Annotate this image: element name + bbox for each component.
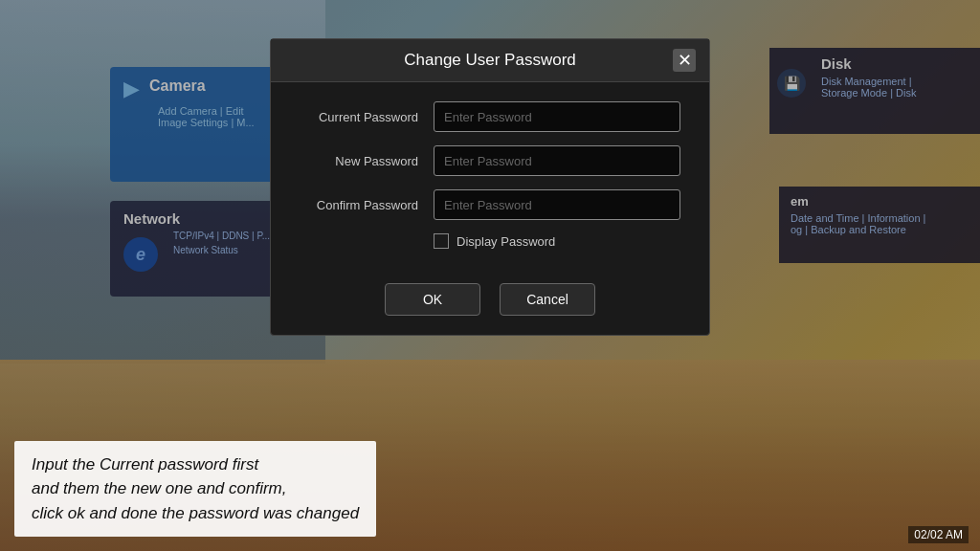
instruction-line1: Input the Current password first bbox=[32, 455, 258, 474]
new-password-input[interactable] bbox=[434, 145, 680, 176]
ok-button[interactable]: OK bbox=[385, 283, 480, 316]
new-password-label: New Password bbox=[300, 154, 434, 168]
instruction-line2: and them the new one and confirm, bbox=[32, 479, 287, 497]
confirm-password-label: Confirm Password bbox=[300, 198, 434, 212]
instruction-text: Input the Current password first and the… bbox=[32, 452, 359, 526]
confirm-password-row: Confirm Password bbox=[300, 189, 680, 220]
timestamp: 02/02 AM bbox=[908, 526, 969, 543]
current-password-input[interactable] bbox=[434, 101, 680, 132]
display-password-label: Display Password bbox=[457, 234, 555, 249]
current-password-label: Current Password bbox=[300, 110, 434, 124]
current-password-row: Current Password bbox=[300, 101, 680, 132]
display-password-checkbox[interactable] bbox=[434, 233, 449, 249]
modal-body: Current Password New Password Confirm Pa… bbox=[271, 82, 709, 274]
change-password-modal: Change User Password ✕ Current Password … bbox=[270, 38, 710, 336]
new-password-row: New Password bbox=[300, 145, 680, 176]
modal-header: Change User Password ✕ bbox=[271, 39, 709, 82]
display-password-row: Display Password bbox=[434, 233, 680, 249]
close-button[interactable]: ✕ bbox=[673, 49, 696, 72]
instruction-box: Input the Current password first and the… bbox=[14, 441, 376, 538]
confirm-password-input[interactable] bbox=[434, 189, 680, 220]
instruction-line3: click ok and done the password was chang… bbox=[32, 504, 359, 522]
cancel-button[interactable]: Cancel bbox=[500, 283, 595, 316]
modal-footer: OK Cancel bbox=[271, 274, 709, 335]
modal-title: Change User Password bbox=[404, 51, 576, 70]
